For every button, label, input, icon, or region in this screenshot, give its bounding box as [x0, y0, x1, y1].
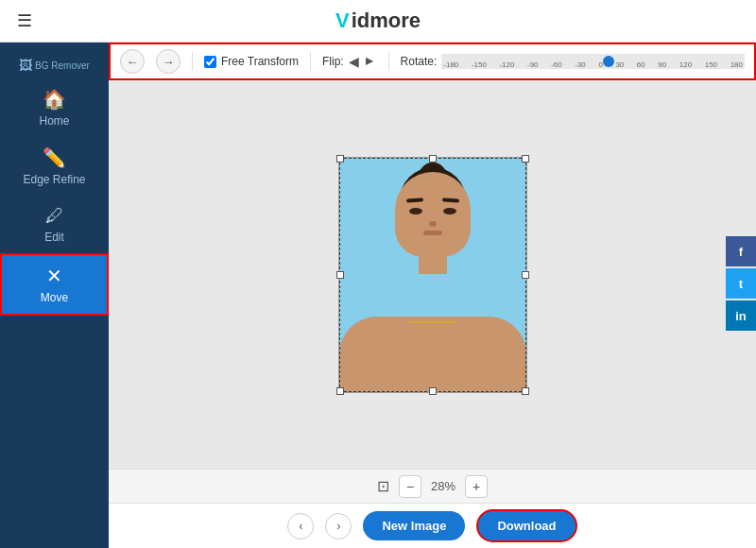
logo: V idmore [335, 9, 421, 33]
prev-button[interactable]: ‹ [287, 513, 314, 539]
flip-label: Flip: [322, 55, 344, 68]
sidebar-label-home: Home [39, 114, 69, 128]
facebook-button[interactable]: f [726, 236, 756, 266]
sidebar-label-edit: Edit [44, 231, 64, 244]
fit-to-screen-icon[interactable]: ⊡ [377, 477, 389, 495]
selection-overlay [339, 158, 526, 392]
handle-top-left[interactable] [336, 155, 344, 163]
new-image-button[interactable]: New Image [363, 511, 465, 540]
zoom-level-display: 28% [431, 479, 455, 493]
editor-area: ← → Free Transform Flip: ◀ ▲ Rotate: -18… [109, 43, 756, 548]
main-layout: 🖼 BG Remover 🏠 Home ✏️ Edge Refine 🖊 Edi… [0, 43, 756, 548]
logo-text: idmore [352, 9, 421, 33]
handle-mid-right[interactable] [522, 271, 529, 279]
free-transform-checkbox[interactable] [204, 56, 216, 68]
handle-top-right[interactable] [522, 155, 529, 163]
twitter-button[interactable]: t [726, 268, 756, 299]
toolbar-separator-3 [388, 52, 389, 71]
handle-mid-left[interactable] [336, 271, 344, 279]
toolbar-separator-1 [192, 52, 193, 71]
sidebar: 🖼 BG Remover 🏠 Home ✏️ Edge Refine 🖊 Edi… [0, 43, 109, 548]
flip-vertical-icon[interactable]: ▲ [363, 55, 378, 68]
sidebar-brand: 🖼 BG Remover [0, 52, 109, 78]
logo-v: V [335, 9, 350, 33]
rotate-labels: -180 -150 -120 -90 -60 -30 0 30 60 90 12… [441, 60, 745, 69]
top-navigation: ☰ V idmore [0, 0, 756, 43]
flip-control: Flip: ◀ ▲ [322, 54, 377, 69]
redo-button[interactable]: → [156, 49, 180, 74]
free-transform-control[interactable]: Free Transform [204, 55, 299, 68]
next-button[interactable]: › [325, 513, 352, 539]
sidebar-brand-label: BG Remover [35, 60, 90, 71]
rotate-thumb[interactable] [603, 56, 614, 67]
sidebar-item-home[interactable]: 🏠 Home [0, 78, 109, 137]
bg-remover-icon: 🖼 [19, 58, 32, 73]
toolbar-separator-2 [310, 52, 311, 71]
image-container[interactable] [338, 157, 527, 393]
social-bar: f t in [726, 236, 756, 331]
toolbar: ← → Free Transform Flip: ◀ ▲ Rotate: -18… [109, 43, 756, 80]
sidebar-item-edge-refine[interactable]: ✏️ Edge Refine [0, 137, 109, 196]
rotate-ruler: -180 -150 -120 -90 -60 -30 0 30 60 90 12… [441, 54, 745, 69]
edge-refine-icon: ✏️ [43, 146, 66, 169]
bottom-bar: ‹ › New Image Download [109, 503, 756, 548]
undo-button[interactable]: ← [120, 49, 145, 74]
linkedin-button[interactable]: in [726, 300, 756, 331]
zoom-out-button[interactable]: − [399, 475, 421, 498]
move-icon: ✕ [46, 265, 62, 287]
free-transform-label: Free Transform [221, 55, 299, 68]
edit-icon: 🖊 [45, 205, 64, 227]
sidebar-label-edge-refine: Edge Refine [23, 173, 85, 186]
sidebar-item-move[interactable]: ✕ Move [0, 253, 109, 316]
rotate-control: Rotate: -180 -150 -120 -90 -60 -30 0 30 … [401, 52, 745, 71]
zoom-in-button[interactable]: + [465, 475, 488, 498]
home-icon: 🏠 [43, 88, 66, 111]
sidebar-label-move: Move [41, 291, 68, 304]
handle-bottom-mid[interactable] [429, 387, 437, 395]
rotate-slider-container[interactable]: -180 -150 -120 -90 -60 -30 0 30 60 90 12… [441, 52, 745, 71]
rotate-label: Rotate: [401, 55, 438, 68]
sidebar-item-edit[interactable]: 🖊 Edit [0, 196, 109, 253]
handle-bottom-left[interactable] [336, 387, 344, 395]
menu-icon[interactable]: ☰ [17, 10, 32, 31]
download-button[interactable]: Download [476, 509, 576, 542]
handle-top-mid[interactable] [429, 155, 437, 163]
handle-bottom-right[interactable] [522, 387, 529, 395]
flip-horizontal-icon[interactable]: ◀ [349, 54, 359, 69]
zoom-bar: ⊡ − 28% + [109, 469, 756, 503]
canvas-area [109, 80, 756, 469]
